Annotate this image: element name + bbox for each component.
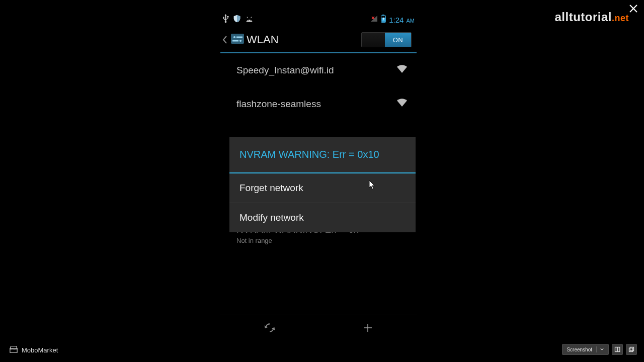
svg-rect-7 — [236, 37, 243, 38]
status-bar-left — [222, 14, 254, 25]
status-clock: 1:24 AM — [389, 16, 415, 24]
back-button[interactable] — [220, 32, 247, 48]
screenshot-button[interactable]: Screenshot — [562, 344, 609, 355]
bottom-right-toolbar: Screenshot — [562, 344, 637, 355]
svg-rect-9 — [232, 40, 238, 42]
svg-rect-10 — [615, 347, 617, 352]
network-item[interactable]: Speedy_Instan@wifi.id — [220, 53, 417, 87]
chevron-down-icon — [600, 347, 604, 352]
dialog-item-forget[interactable]: Forget network — [229, 173, 416, 203]
divider — [596, 346, 597, 352]
status-bar-right: 1:24 AM — [370, 15, 415, 25]
action-bar: WLAN ON — [220, 27, 417, 53]
cursor-icon — [369, 180, 376, 192]
dialog-item-modify[interactable]: Modify network — [229, 203, 416, 232]
bottom-action-bar — [220, 315, 417, 340]
wifi-icon — [396, 98, 408, 110]
status-time: 1:24 — [389, 16, 404, 24]
screenshot-label: Screenshot — [567, 347, 592, 352]
toggle-state: ON — [385, 33, 411, 47]
network-ssid: Speedy_Instan@wifi.id — [236, 65, 334, 76]
status-ampm: AM — [407, 18, 415, 24]
svg-rect-13 — [629, 348, 633, 351]
window-maximize-button[interactable] — [626, 344, 637, 355]
dialog-title: NVRAM WARNING: Err = 0x10 — [229, 137, 416, 173]
page-title: WLAN — [247, 33, 361, 46]
svg-point-0 — [248, 20, 248, 20]
mobomarket-label: MoboMarket — [22, 346, 58, 354]
shop-icon — [9, 345, 18, 355]
svg-rect-5 — [231, 34, 244, 44]
wlan-toggle[interactable]: ON — [361, 32, 412, 47]
watermark-suffix: .net — [612, 13, 629, 23]
android-icon — [245, 15, 254, 25]
svg-point-1 — [250, 20, 251, 20]
watermark-logo: alltutorial.net — [554, 10, 629, 24]
close-button[interactable] — [628, 3, 639, 16]
no-sim-icon — [370, 15, 378, 24]
network-item[interactable]: flashzone-seamless — [220, 87, 417, 121]
settings-icon — [230, 32, 245, 48]
wifi-icon — [396, 64, 408, 76]
refresh-button[interactable] — [220, 315, 318, 340]
battery-icon — [381, 15, 386, 25]
svg-point-8 — [239, 40, 242, 42]
usb-icon — [222, 14, 229, 25]
mobomarket-badge[interactable]: MoboMarket — [9, 345, 58, 355]
svg-rect-12 — [630, 347, 633, 351]
svg-rect-3 — [382, 15, 384, 16]
status-bar: 1:24 AM — [220, 12, 417, 27]
svg-point-6 — [233, 36, 235, 38]
network-ssid: flashzone-seamless — [236, 99, 321, 110]
svg-rect-11 — [618, 347, 620, 352]
add-network-button[interactable] — [318, 315, 417, 340]
window-restore-button[interactable] — [612, 344, 623, 355]
context-dialog: NVRAM WARNING: Err = 0x10 Forget network… — [229, 137, 416, 232]
network-status: Not in range — [236, 237, 359, 244]
watermark-text: alltutorial — [554, 10, 612, 24]
shield-icon — [233, 15, 241, 25]
